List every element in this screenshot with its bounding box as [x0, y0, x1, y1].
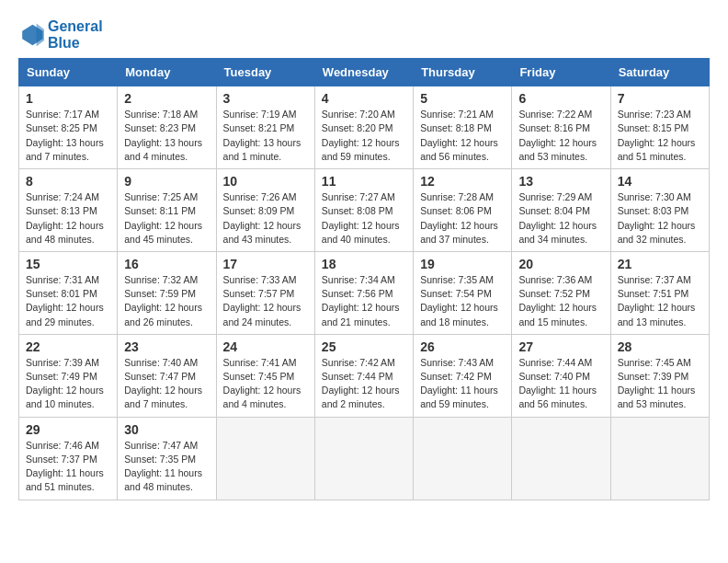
day-number: 16 [124, 257, 209, 271]
day-number: 7 [618, 91, 702, 106]
day-number: 30 [124, 422, 209, 437]
calendar-cell: 8 Sunrise: 7:24 AM Sunset: 8:13 PM Dayli… [19, 169, 118, 252]
day-number: 27 [518, 339, 603, 354]
day-number: 26 [420, 339, 505, 354]
calendar-cell: 26 Sunrise: 7:43 AM Sunset: 7:42 PM Dayl… [414, 334, 512, 417]
calendar-cell [414, 417, 512, 500]
day-info: Sunrise: 7:34 AM Sunset: 7:56 PM Dayligh… [322, 273, 406, 329]
day-info: Sunrise: 7:33 AM Sunset: 7:57 PM Dayligh… [223, 273, 308, 329]
calendar-cell: 24 Sunrise: 7:41 AM Sunset: 7:45 PM Dayl… [216, 334, 314, 417]
day-number: 2 [124, 91, 209, 106]
calendar-cell [512, 417, 610, 500]
calendar-cell: 27 Sunrise: 7:44 AM Sunset: 7:40 PM Dayl… [512, 334, 610, 417]
calendar-cell: 18 Sunrise: 7:34 AM Sunset: 7:56 PM Dayl… [314, 251, 413, 334]
calendar-week-row: 1 Sunrise: 7:17 AM Sunset: 8:25 PM Dayli… [19, 86, 710, 169]
day-info: Sunrise: 7:43 AM Sunset: 7:42 PM Dayligh… [420, 356, 505, 412]
day-number: 5 [420, 91, 505, 106]
day-number: 14 [618, 174, 702, 189]
day-number: 4 [322, 91, 406, 106]
calendar-cell: 30 Sunrise: 7:47 AM Sunset: 7:35 PM Dayl… [118, 417, 216, 500]
calendar-table: Sunday Monday Tuesday Wednesday Thursday… [18, 58, 710, 500]
day-info: Sunrise: 7:24 AM Sunset: 8:13 PM Dayligh… [26, 190, 110, 247]
calendar-cell: 13 Sunrise: 7:29 AM Sunset: 8:04 PM Dayl… [512, 169, 610, 252]
svg-marker-1 [37, 23, 44, 46]
day-info: Sunrise: 7:23 AM Sunset: 8:15 PM Dayligh… [618, 108, 702, 164]
day-info: Sunrise: 7:39 AM Sunset: 7:49 PM Dayligh… [26, 356, 110, 412]
day-info: Sunrise: 7:31 AM Sunset: 8:01 PM Dayligh… [26, 273, 110, 329]
calendar-cell: 15 Sunrise: 7:31 AM Sunset: 8:01 PM Dayl… [19, 251, 118, 334]
day-info: Sunrise: 7:41 AM Sunset: 7:45 PM Dayligh… [223, 356, 308, 412]
calendar-cell: 16 Sunrise: 7:32 AM Sunset: 7:59 PM Dayl… [118, 251, 216, 334]
day-info: Sunrise: 7:30 AM Sunset: 8:03 PM Dayligh… [618, 190, 702, 247]
calendar-cell: 3 Sunrise: 7:19 AM Sunset: 8:21 PM Dayli… [216, 86, 314, 169]
col-thursday: Thursday [414, 59, 512, 86]
col-friday: Friday [512, 59, 610, 86]
day-number: 3 [223, 91, 308, 106]
logo-text: General Blue [48, 18, 103, 51]
calendar-cell: 23 Sunrise: 7:40 AM Sunset: 7:47 PM Dayl… [118, 334, 216, 417]
calendar-cell: 1 Sunrise: 7:17 AM Sunset: 8:25 PM Dayli… [19, 86, 118, 169]
day-info: Sunrise: 7:45 AM Sunset: 7:39 PM Dayligh… [618, 356, 702, 412]
day-info: Sunrise: 7:29 AM Sunset: 8:04 PM Dayligh… [518, 190, 603, 247]
day-info: Sunrise: 7:21 AM Sunset: 8:18 PM Dayligh… [420, 108, 505, 164]
day-number: 21 [618, 257, 702, 271]
day-number: 18 [322, 257, 406, 271]
calendar-cell [610, 417, 709, 500]
day-number: 19 [420, 257, 505, 271]
day-number: 23 [124, 339, 209, 354]
calendar-cell: 25 Sunrise: 7:42 AM Sunset: 7:44 PM Dayl… [314, 334, 413, 417]
calendar-cell: 28 Sunrise: 7:45 AM Sunset: 7:39 PM Dayl… [610, 334, 709, 417]
day-number: 10 [223, 174, 308, 189]
day-number: 1 [26, 91, 110, 106]
col-tuesday: Tuesday [216, 59, 314, 86]
day-number: 28 [618, 339, 702, 354]
day-info: Sunrise: 7:22 AM Sunset: 8:16 PM Dayligh… [518, 108, 603, 164]
calendar-cell: 2 Sunrise: 7:18 AM Sunset: 8:23 PM Dayli… [118, 86, 216, 169]
calendar-cell: 29 Sunrise: 7:46 AM Sunset: 7:37 PM Dayl… [19, 417, 118, 500]
col-monday: Monday [118, 59, 216, 86]
calendar-week-row: 29 Sunrise: 7:46 AM Sunset: 7:37 PM Dayl… [19, 417, 710, 500]
day-info: Sunrise: 7:17 AM Sunset: 8:25 PM Dayligh… [26, 108, 110, 164]
day-number: 17 [223, 257, 308, 271]
calendar-cell: 14 Sunrise: 7:30 AM Sunset: 8:03 PM Dayl… [610, 169, 709, 252]
calendar-week-row: 22 Sunrise: 7:39 AM Sunset: 7:49 PM Dayl… [19, 334, 710, 417]
day-number: 20 [518, 257, 603, 271]
calendar-cell: 21 Sunrise: 7:37 AM Sunset: 7:51 PM Dayl… [610, 251, 709, 334]
day-info: Sunrise: 7:26 AM Sunset: 8:09 PM Dayligh… [223, 190, 308, 247]
calendar-cell: 22 Sunrise: 7:39 AM Sunset: 7:49 PM Dayl… [19, 334, 118, 417]
day-number: 12 [420, 174, 505, 189]
day-number: 13 [518, 174, 603, 189]
calendar-cell: 12 Sunrise: 7:28 AM Sunset: 8:06 PM Dayl… [414, 169, 512, 252]
calendar-cell: 10 Sunrise: 7:26 AM Sunset: 8:09 PM Dayl… [216, 169, 314, 252]
col-sunday: Sunday [19, 59, 118, 86]
day-info: Sunrise: 7:47 AM Sunset: 7:35 PM Dayligh… [124, 439, 209, 495]
day-info: Sunrise: 7:40 AM Sunset: 7:47 PM Dayligh… [124, 356, 209, 412]
calendar-cell [314, 417, 413, 500]
calendar-cell [216, 417, 314, 500]
day-info: Sunrise: 7:35 AM Sunset: 7:54 PM Dayligh… [420, 273, 505, 329]
day-number: 9 [124, 174, 209, 189]
calendar-cell: 7 Sunrise: 7:23 AM Sunset: 8:15 PM Dayli… [610, 86, 709, 169]
day-number: 22 [26, 339, 110, 354]
calendar-week-row: 15 Sunrise: 7:31 AM Sunset: 8:01 PM Dayl… [19, 251, 710, 334]
col-saturday: Saturday [610, 59, 709, 86]
day-info: Sunrise: 7:18 AM Sunset: 8:23 PM Dayligh… [124, 108, 209, 164]
day-info: Sunrise: 7:25 AM Sunset: 8:11 PM Dayligh… [124, 190, 209, 247]
calendar-week-row: 8 Sunrise: 7:24 AM Sunset: 8:13 PM Dayli… [19, 169, 710, 252]
day-info: Sunrise: 7:27 AM Sunset: 8:08 PM Dayligh… [322, 190, 406, 247]
day-info: Sunrise: 7:37 AM Sunset: 7:51 PM Dayligh… [618, 273, 702, 329]
day-info: Sunrise: 7:19 AM Sunset: 8:21 PM Dayligh… [223, 108, 308, 164]
day-number: 25 [322, 339, 406, 354]
day-info: Sunrise: 7:36 AM Sunset: 7:52 PM Dayligh… [518, 273, 603, 329]
calendar-cell: 17 Sunrise: 7:33 AM Sunset: 7:57 PM Dayl… [216, 251, 314, 334]
calendar-cell: 5 Sunrise: 7:21 AM Sunset: 8:18 PM Dayli… [414, 86, 512, 169]
calendar-cell: 6 Sunrise: 7:22 AM Sunset: 8:16 PM Dayli… [512, 86, 610, 169]
day-info: Sunrise: 7:42 AM Sunset: 7:44 PM Dayligh… [322, 356, 406, 412]
weekday-header-row: Sunday Monday Tuesday Wednesday Thursday… [19, 59, 710, 86]
calendar-cell: 11 Sunrise: 7:27 AM Sunset: 8:08 PM Dayl… [314, 169, 413, 252]
calendar-cell: 20 Sunrise: 7:36 AM Sunset: 7:52 PM Dayl… [512, 251, 610, 334]
day-number: 15 [26, 257, 110, 271]
day-number: 11 [322, 174, 406, 189]
calendar-cell: 4 Sunrise: 7:20 AM Sunset: 8:20 PM Dayli… [314, 86, 413, 169]
day-number: 24 [223, 339, 308, 354]
